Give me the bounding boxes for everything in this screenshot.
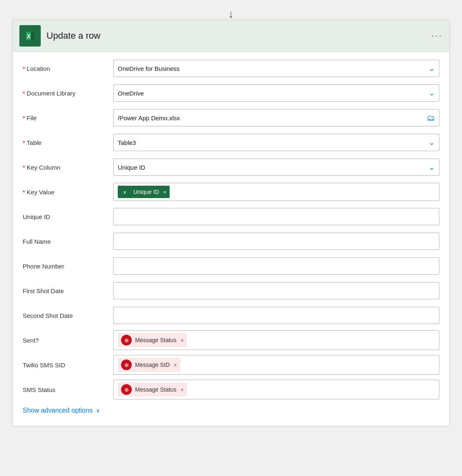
file-value: /Power App Demo.xlsx [118,114,427,121]
remove-key-value-tag[interactable]: × [163,189,166,195]
required-star: * [23,139,25,146]
row-first-shot-date: First Shot Date [23,281,439,301]
excel-tag-icon: X [121,187,130,196]
card-header: X Update a row ··· [13,20,449,52]
more-options-button[interactable]: ··· [432,30,443,41]
required-star: * [23,189,25,196]
sms-status-tag: ⊕ Message Status × [118,383,187,397]
input-unique-id[interactable] [113,208,439,225]
row-twilio-sms-sid: Twilio SMS SID ⊕ Message SID × [23,355,439,375]
row-second-shot-date: Second Shot Date [23,306,439,325]
row-file: *File /Power App Demo.xlsx 🗂 [23,108,439,128]
key-value-tag-label: Unique ID [133,189,159,195]
row-key-column: *Key Column Unique ID ⌄ [23,157,439,177]
label-second-shot-date: Second Shot Date [23,312,113,319]
svg-text:X: X [124,190,126,194]
twilio-tag-icon-sid: ⊕ [121,359,132,370]
input-table[interactable]: Table3 ⌄ [113,134,439,151]
folder-icon: 🗂 [427,113,435,123]
chevron-down-icon: ⌄ [429,89,435,98]
label-file: *File [23,114,113,121]
flow-arrow: ↓ [228,8,234,20]
label-phone-number: Phone Number [23,263,113,270]
label-full-name: Full Name [23,238,113,245]
required-star: * [23,114,25,121]
label-sms-status: SMS Status [23,386,113,393]
label-table: *Table [23,139,113,146]
row-table: *Table Table3 ⌄ [23,133,439,152]
location-value: OneDrive for Business [118,65,180,72]
row-document-library: *Document Library OneDrive ⌄ [23,83,439,103]
input-location[interactable]: OneDrive for Business ⌄ [113,60,439,77]
input-second-shot-date[interactable] [113,307,439,324]
label-key-column: *Key Column [23,164,113,171]
label-first-shot-date: First Shot Date [23,287,113,294]
card-title: Update a row [47,30,100,41]
required-star: * [23,90,25,97]
row-key-value: *Key Value X Unique ID × [23,182,439,202]
svg-text:X: X [27,33,31,40]
row-unique-id: Unique ID [23,207,439,226]
chevron-down-icon: ⌄ [429,138,435,147]
label-unique-id: Unique ID [23,213,113,220]
row-sms-status: SMS Status ⊕ Message Status × [23,380,439,399]
document-library-value: OneDrive [118,90,144,97]
input-first-shot-date[interactable] [113,282,439,299]
input-twilio-sms-sid[interactable]: ⊕ Message SID × [113,355,439,375]
input-sms-status[interactable]: ⊕ Message Status × [113,380,439,399]
input-file[interactable]: /Power App Demo.xlsx 🗂 [113,109,439,126]
chevron-down-icon: ⌄ [429,64,435,73]
twilio-sms-sid-tag: ⊕ Message SID × [118,358,180,372]
card-header-left: X Update a row [19,25,100,47]
update-row-card: X Update a row ··· *Location OneDrive fo… [12,20,450,426]
input-document-library[interactable]: OneDrive ⌄ [113,84,439,102]
row-full-name: Full Name [23,231,439,251]
row-sent: Sent? ⊕ Message Status × [23,330,439,350]
input-full-name[interactable] [113,233,439,250]
chevron-down-icon: ∨ [96,407,100,414]
key-value-tag: X Unique ID × [118,186,170,198]
excel-icon: X [19,25,41,47]
label-document-library: *Document Library [23,90,113,97]
label-location: *Location [23,65,113,72]
label-key-value: *Key Value [23,189,113,196]
label-twilio-sms-sid: Twilio SMS SID [23,362,113,369]
remove-sms-status-tag[interactable]: × [180,387,184,393]
twilio-sms-sid-tag-label: Message SID [135,362,170,368]
key-column-value: Unique ID [118,164,145,171]
sent-tag-label: Message Status [135,337,176,343]
label-sent: Sent? [23,337,113,344]
chevron-down-icon: ⌄ [429,163,435,172]
card-body: *Location OneDrive for Business ⌄ *Docum… [13,52,449,426]
table-value: Table3 [118,139,136,146]
sent-tag: ⊕ Message Status × [118,333,187,347]
twilio-tag-icon-status: ⊕ [121,384,132,395]
input-key-value[interactable]: X Unique ID × [113,183,439,201]
twilio-tag-icon-sent: ⊕ [121,335,132,345]
sms-status-tag-label: Message Status [135,386,176,393]
remove-sent-tag[interactable]: × [180,337,184,343]
show-advanced-label: Show advanced options [23,407,93,414]
row-phone-number: Phone Number [23,256,439,276]
row-location: *Location OneDrive for Business ⌄ [23,58,439,78]
required-star: * [23,164,25,171]
input-key-column[interactable]: Unique ID ⌄ [113,159,439,176]
input-sent[interactable]: ⊕ Message Status × [113,330,439,350]
required-star: * [23,65,25,72]
remove-twilio-sms-sid-tag[interactable]: × [174,362,177,368]
show-advanced-options[interactable]: Show advanced options ∨ [23,405,439,416]
input-phone-number[interactable] [113,257,439,275]
